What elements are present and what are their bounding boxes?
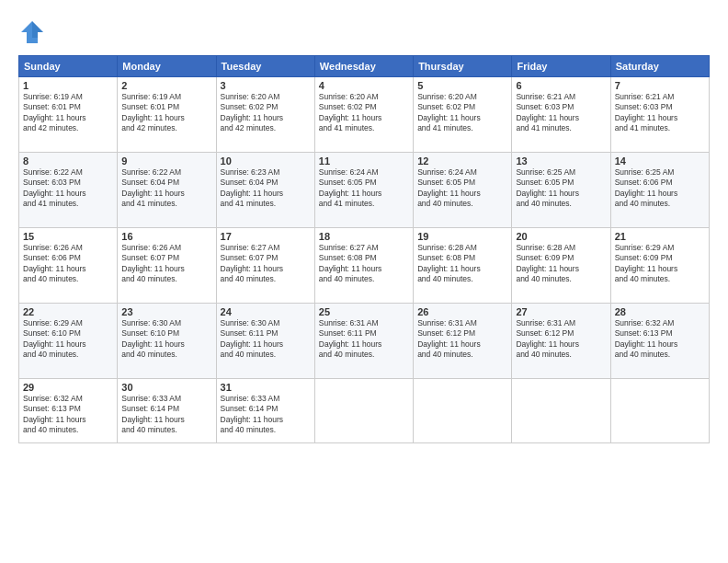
calendar-cell: 22Sunrise: 6:29 AM Sunset: 6:10 PM Dayli… bbox=[19, 304, 118, 379]
day-number: 25 bbox=[319, 306, 409, 317]
day-info: Sunrise: 6:28 AM Sunset: 6:09 PM Dayligh… bbox=[516, 243, 606, 285]
calendar-cell: 8Sunrise: 6:22 AM Sunset: 6:03 PM Daylig… bbox=[19, 153, 118, 228]
calendar-cell: 10Sunrise: 6:23 AM Sunset: 6:04 PM Dayli… bbox=[216, 153, 314, 228]
calendar-cell: 6Sunrise: 6:21 AM Sunset: 6:03 PM Daylig… bbox=[512, 77, 610, 153]
calendar-header-monday: Monday bbox=[118, 56, 216, 77]
day-info: Sunrise: 6:27 AM Sunset: 6:07 PM Dayligh… bbox=[221, 243, 311, 285]
day-info: Sunrise: 6:29 AM Sunset: 6:10 PM Dayligh… bbox=[23, 318, 113, 361]
calendar-cell: 14Sunrise: 6:25 AM Sunset: 6:06 PM Dayli… bbox=[610, 153, 709, 228]
day-info: Sunrise: 6:23 AM Sunset: 6:04 PM Dayligh… bbox=[221, 167, 311, 210]
calendar-cell: 3Sunrise: 6:20 AM Sunset: 6:02 PM Daylig… bbox=[216, 77, 314, 153]
calendar-cell: 28Sunrise: 6:32 AM Sunset: 6:13 PM Dayli… bbox=[610, 304, 709, 379]
day-info: Sunrise: 6:25 AM Sunset: 6:05 PM Dayligh… bbox=[516, 167, 606, 210]
day-info: Sunrise: 6:20 AM Sunset: 6:02 PM Dayligh… bbox=[417, 92, 507, 134]
calendar-cell: 7Sunrise: 6:21 AM Sunset: 6:03 PM Daylig… bbox=[610, 77, 709, 153]
day-info: Sunrise: 6:30 AM Sunset: 6:11 PM Dayligh… bbox=[221, 318, 311, 361]
calendar-cell: 16Sunrise: 6:26 AM Sunset: 6:07 PM Dayli… bbox=[118, 228, 216, 304]
calendar-cell: 23Sunrise: 6:30 AM Sunset: 6:10 PM Dayli… bbox=[118, 304, 216, 379]
day-info: Sunrise: 6:21 AM Sunset: 6:03 PM Dayligh… bbox=[516, 92, 606, 134]
calendar-header-tuesday: Tuesday bbox=[216, 56, 314, 77]
calendar-cell bbox=[512, 379, 610, 443]
day-info: Sunrise: 6:24 AM Sunset: 6:05 PM Dayligh… bbox=[319, 167, 409, 210]
day-number: 24 bbox=[221, 306, 311, 317]
day-number: 15 bbox=[23, 231, 113, 242]
day-number: 9 bbox=[121, 155, 211, 167]
day-number: 8 bbox=[23, 155, 113, 167]
day-number: 14 bbox=[615, 155, 705, 167]
calendar-week-row: 29Sunrise: 6:32 AM Sunset: 6:13 PM Dayli… bbox=[19, 379, 710, 443]
day-number: 16 bbox=[121, 231, 211, 242]
calendar-cell: 17Sunrise: 6:27 AM Sunset: 6:07 PM Dayli… bbox=[216, 228, 314, 304]
calendar-cell: 24Sunrise: 6:30 AM Sunset: 6:11 PM Dayli… bbox=[216, 304, 314, 379]
calendar-cell: 21Sunrise: 6:29 AM Sunset: 6:09 PM Dayli… bbox=[610, 228, 709, 304]
day-number: 21 bbox=[615, 231, 705, 242]
calendar-cell: 1Sunrise: 6:19 AM Sunset: 6:01 PM Daylig… bbox=[19, 77, 118, 153]
day-number: 29 bbox=[23, 382, 113, 393]
day-number: 27 bbox=[516, 306, 606, 317]
calendar-cell: 26Sunrise: 6:31 AM Sunset: 6:12 PM Dayli… bbox=[414, 304, 512, 379]
day-info: Sunrise: 6:27 AM Sunset: 6:08 PM Dayligh… bbox=[319, 243, 409, 285]
day-info: Sunrise: 6:26 AM Sunset: 6:06 PM Dayligh… bbox=[23, 243, 113, 285]
day-info: Sunrise: 6:20 AM Sunset: 6:02 PM Dayligh… bbox=[221, 92, 311, 134]
day-info: Sunrise: 6:25 AM Sunset: 6:06 PM Dayligh… bbox=[615, 167, 705, 210]
day-number: 17 bbox=[221, 231, 311, 242]
day-info: Sunrise: 6:30 AM Sunset: 6:10 PM Dayligh… bbox=[121, 318, 211, 361]
day-info: Sunrise: 6:28 AM Sunset: 6:08 PM Dayligh… bbox=[417, 243, 507, 285]
calendar-table: SundayMondayTuesdayWednesdayThursdayFrid… bbox=[18, 55, 710, 443]
day-info: Sunrise: 6:32 AM Sunset: 6:13 PM Dayligh… bbox=[615, 318, 705, 361]
calendar-cell: 29Sunrise: 6:32 AM Sunset: 6:13 PM Dayli… bbox=[19, 379, 118, 443]
page: SundayMondayTuesdayWednesdayThursdayFrid… bbox=[0, 0, 728, 563]
calendar-cell: 13Sunrise: 6:25 AM Sunset: 6:05 PM Dayli… bbox=[512, 153, 610, 228]
calendar-cell: 27Sunrise: 6:31 AM Sunset: 6:12 PM Dayli… bbox=[512, 304, 610, 379]
calendar-week-row: 22Sunrise: 6:29 AM Sunset: 6:10 PM Dayli… bbox=[19, 304, 710, 379]
day-info: Sunrise: 6:33 AM Sunset: 6:14 PM Dayligh… bbox=[221, 394, 311, 436]
day-number: 7 bbox=[615, 80, 705, 91]
calendar-header-saturday: Saturday bbox=[610, 56, 709, 77]
day-info: Sunrise: 6:26 AM Sunset: 6:07 PM Dayligh… bbox=[121, 243, 211, 285]
day-info: Sunrise: 6:22 AM Sunset: 6:03 PM Dayligh… bbox=[23, 167, 113, 210]
day-number: 23 bbox=[121, 306, 211, 317]
calendar-header-sunday: Sunday bbox=[19, 56, 118, 77]
calendar-cell: 31Sunrise: 6:33 AM Sunset: 6:14 PM Dayli… bbox=[216, 379, 314, 443]
calendar-cell: 25Sunrise: 6:31 AM Sunset: 6:11 PM Dayli… bbox=[314, 304, 413, 379]
day-info: Sunrise: 6:32 AM Sunset: 6:13 PM Dayligh… bbox=[23, 394, 113, 436]
day-number: 30 bbox=[121, 382, 211, 393]
day-info: Sunrise: 6:24 AM Sunset: 6:05 PM Dayligh… bbox=[417, 167, 507, 210]
calendar-cell: 5Sunrise: 6:20 AM Sunset: 6:02 PM Daylig… bbox=[414, 77, 512, 153]
day-number: 20 bbox=[516, 231, 606, 242]
day-info: Sunrise: 6:20 AM Sunset: 6:02 PM Dayligh… bbox=[319, 92, 409, 134]
calendar-cell: 30Sunrise: 6:33 AM Sunset: 6:14 PM Dayli… bbox=[118, 379, 216, 443]
logo bbox=[18, 18, 50, 46]
calendar-cell: 11Sunrise: 6:24 AM Sunset: 6:05 PM Dayli… bbox=[314, 153, 413, 228]
calendar-cell bbox=[314, 379, 413, 443]
calendar-cell: 20Sunrise: 6:28 AM Sunset: 6:09 PM Dayli… bbox=[512, 228, 610, 304]
day-number: 11 bbox=[319, 155, 409, 167]
day-number: 3 bbox=[221, 80, 311, 91]
calendar-cell: 9Sunrise: 6:22 AM Sunset: 6:04 PM Daylig… bbox=[118, 153, 216, 228]
day-number: 18 bbox=[319, 231, 409, 242]
calendar-cell: 2Sunrise: 6:19 AM Sunset: 6:01 PM Daylig… bbox=[118, 77, 216, 153]
day-number: 2 bbox=[121, 80, 211, 91]
svg-marker-1 bbox=[32, 21, 43, 38]
calendar-cell: 12Sunrise: 6:24 AM Sunset: 6:05 PM Dayli… bbox=[414, 153, 512, 228]
calendar-cell bbox=[610, 379, 709, 443]
calendar-header-thursday: Thursday bbox=[414, 56, 512, 77]
calendar-week-row: 1Sunrise: 6:19 AM Sunset: 6:01 PM Daylig… bbox=[19, 77, 710, 153]
logo-icon bbox=[18, 18, 46, 46]
day-number: 13 bbox=[516, 155, 606, 167]
day-info: Sunrise: 6:21 AM Sunset: 6:03 PM Dayligh… bbox=[615, 92, 705, 134]
calendar-cell: 4Sunrise: 6:20 AM Sunset: 6:02 PM Daylig… bbox=[314, 77, 413, 153]
calendar-cell: 18Sunrise: 6:27 AM Sunset: 6:08 PM Dayli… bbox=[314, 228, 413, 304]
day-info: Sunrise: 6:31 AM Sunset: 6:12 PM Dayligh… bbox=[417, 318, 507, 361]
day-info: Sunrise: 6:19 AM Sunset: 6:01 PM Dayligh… bbox=[23, 92, 113, 134]
day-info: Sunrise: 6:31 AM Sunset: 6:11 PM Dayligh… bbox=[319, 318, 409, 361]
day-number: 28 bbox=[615, 306, 705, 317]
day-info: Sunrise: 6:29 AM Sunset: 6:09 PM Dayligh… bbox=[615, 243, 705, 285]
day-number: 1 bbox=[23, 80, 113, 91]
day-number: 4 bbox=[319, 80, 409, 91]
header bbox=[18, 18, 710, 46]
calendar-cell bbox=[414, 379, 512, 443]
calendar-cell: 19Sunrise: 6:28 AM Sunset: 6:08 PM Dayli… bbox=[414, 228, 512, 304]
day-number: 26 bbox=[417, 306, 507, 317]
day-number: 10 bbox=[221, 155, 311, 167]
